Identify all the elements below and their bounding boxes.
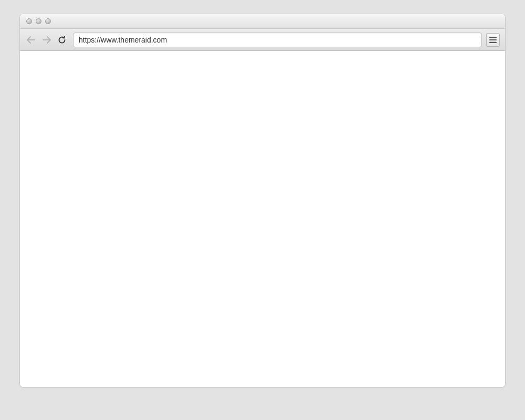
reload-button[interactable] [56, 34, 68, 46]
page-content [20, 51, 505, 387]
svg-rect-0 [489, 37, 497, 38]
title-bar [20, 14, 505, 29]
address-bar[interactable] [73, 33, 482, 47]
arrow-left-icon [27, 36, 35, 44]
maximize-window-button[interactable] [45, 18, 51, 24]
minimize-window-button[interactable] [36, 18, 41, 24]
browser-window [20, 14, 505, 387]
forward-button[interactable] [41, 34, 52, 46]
close-window-button[interactable] [26, 18, 32, 24]
menu-button[interactable] [486, 33, 500, 47]
svg-rect-2 [489, 41, 497, 43]
reload-icon [58, 36, 66, 44]
browser-toolbar [20, 29, 505, 51]
back-button[interactable] [25, 34, 37, 46]
arrow-right-icon [43, 36, 51, 44]
hamburger-icon [489, 37, 497, 43]
svg-rect-1 [489, 39, 497, 40]
